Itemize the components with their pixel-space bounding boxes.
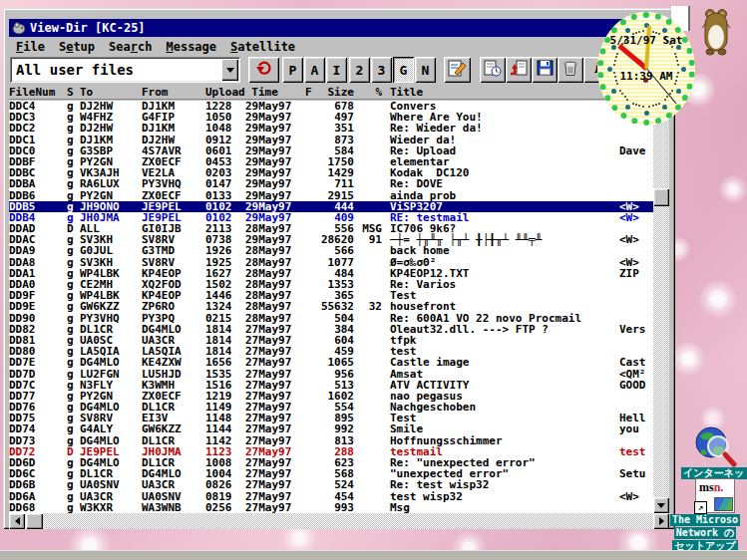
internet-desktop-icon[interactable]: [692, 425, 738, 471]
column-header-size[interactable]: Size: [288, 86, 354, 99]
scroll-down-button[interactable]: [653, 497, 669, 513]
cell-tag: <W>: [619, 491, 639, 502]
clock-minute-marker: [619, 90, 621, 92]
cell-title: Re: DOVE: [390, 178, 443, 189]
table-row-ddb6[interactable]: DDB6gPY2GNZX0ECF013329May972915ainda pro…: [9, 190, 653, 201]
clock-minute-marker: [664, 99, 666, 101]
cell-size: 524: [288, 479, 354, 490]
filter-i-button[interactable]: I: [326, 57, 347, 83]
menu-search[interactable]: Search: [109, 40, 152, 54]
cell-tag: Setu: [619, 468, 646, 479]
cell-time: 1048: [205, 123, 232, 134]
horizontal-scrollbar[interactable]: [9, 513, 669, 529]
clock-minute-marker: [642, 30, 644, 32]
clock-minute-marker: [675, 56, 677, 58]
table-row-dda9[interactable]: DDA9gG0JULG3TMD192628May97566back home: [9, 245, 653, 256]
column-header--[interactable]: %: [356, 86, 382, 99]
table-row-dd9e[interactable]: DD9EgGW6KZZZP6RO132428May975563232housef…: [9, 301, 653, 312]
cell-to: DG4MLO: [80, 357, 120, 368]
clock-hour-marker: [662, 105, 667, 110]
clock-minute-marker: [638, 105, 640, 107]
menu-satellite[interactable]: Satellite: [230, 40, 295, 54]
clock-minute-marker: [614, 60, 616, 62]
column-header-title[interactable]: Title: [390, 86, 423, 99]
cell-s: g: [67, 178, 74, 189]
cell-from: UA3CR: [142, 479, 175, 490]
clock-minute-marker: [616, 83, 618, 85]
scroll-left-button[interactable]: [9, 513, 25, 529]
clock-minute-marker: [613, 64, 615, 66]
msn-icon-label[interactable]: The Microso Network の セットアップ: [660, 514, 747, 552]
filter-2-button[interactable]: 2: [349, 57, 370, 83]
clock-widget[interactable]: 5/31/97 Sat 11:39 AM: [597, 12, 695, 126]
save-icon: [537, 60, 554, 80]
filter-a-button[interactable]: A: [304, 57, 325, 83]
reply-button[interactable]: [480, 57, 506, 83]
refresh-button[interactable]: [248, 57, 279, 83]
table-row-ddb4[interactable]: DDB4gJH0JMAJE9PEL010229May97409RE: testm…: [9, 212, 653, 223]
table-row-dd68[interactable]: DD68gW3KXRWA3WNB025627May97993Msg: [9, 502, 653, 513]
combobox-dropdown-button[interactable]: [221, 59, 238, 81]
clock-minute-marker: [677, 64, 679, 66]
table-row-dd74[interactable]: DD74gG4ALYGW6KZZ114427May97992Smileyou: [9, 423, 653, 434]
clock-minute-marker: [632, 103, 634, 105]
table-row-dd7e[interactable]: DD7EgDG4MLOKE4ZXW165627May971065Castle i…: [9, 357, 653, 368]
column-header-filenum[interactable]: FileNum: [9, 86, 55, 99]
column-header-from[interactable]: From: [142, 86, 169, 99]
table-row-ddba[interactable]: DDBAgRA6LUXPY3VHQ014729May97711Re: DOVE: [9, 178, 653, 189]
title-bar[interactable]: View-Dir [KC-25]: [9, 19, 673, 37]
menu-file[interactable]: File: [16, 40, 45, 54]
clock-minute-marker: [652, 105, 654, 107]
menu-message[interactable]: Message: [166, 40, 216, 54]
shortcut-arrow-icon: ↗: [694, 501, 707, 514]
msn-desktop-icon[interactable]: msn. ↗: [695, 478, 735, 513]
window-title: View-Dir [KC-25]: [30, 21, 146, 35]
clock-time: 11:39 AM: [597, 70, 695, 83]
cell-filenum: DDC2: [9, 123, 36, 134]
cell-filenum: DDBA: [9, 178, 36, 189]
clock-minute-marker: [616, 53, 618, 55]
filter-n-button[interactable]: N: [415, 57, 436, 83]
import-button[interactable]: [506, 57, 532, 83]
desktop-pet-hamster[interactable]: [699, 6, 733, 60]
cell-size: 711: [288, 178, 354, 189]
save-button[interactable]: [532, 57, 558, 83]
cell-to: RA6LUX: [80, 178, 120, 189]
clock-hour-marker: [625, 105, 630, 110]
menu-setup[interactable]: Setup: [59, 40, 95, 54]
compose-button[interactable]: [444, 57, 471, 83]
table-row-dd6b[interactable]: DD6BgUA0SNVUA3CR082627May97524Re: test w…: [9, 479, 653, 490]
vertical-scrollbar[interactable]: [653, 101, 669, 513]
cell-tag: you: [619, 423, 639, 434]
taskbar-edge: [0, 550, 747, 560]
clock-minute-marker: [615, 56, 617, 58]
refresh-icon: [255, 59, 273, 81]
globe-magnifier-icon: [692, 425, 738, 467]
file-table: DDC4gDJ2HWDJ1KM122829May97678ConversDDC3…: [9, 101, 653, 513]
horizontal-scroll-thumb[interactable]: [26, 513, 43, 529]
cell-size: 993: [288, 502, 354, 513]
filter-p-button[interactable]: P: [282, 57, 303, 83]
table-row-ddc2[interactable]: DDC2gDJ2HWDJ1KM104829May97351Re: Wieder …: [9, 123, 653, 134]
column-header-s[interactable]: S: [67, 86, 74, 99]
cell-tag: <W>: [619, 234, 639, 245]
cell-title: Re: test wisp32: [390, 479, 489, 490]
compose-icon: [448, 60, 467, 81]
filter-g-button[interactable]: G: [393, 57, 414, 83]
cell-title: housefront: [390, 301, 456, 312]
cell-s: g: [67, 301, 74, 312]
delete-icon: [562, 60, 578, 81]
table-row-dd7d[interactable]: DD7DgLU2FGNLU5HJD153527May97956Amsat<QM²: [9, 369, 653, 380]
vertical-scroll-thumb[interactable]: [653, 188, 669, 206]
clock-minute-marker: [635, 104, 637, 106]
file-filter-combobox[interactable]: All user files: [10, 57, 240, 83]
filter-3-button[interactable]: 3: [371, 57, 392, 83]
delete-button[interactable]: [558, 57, 583, 83]
cell-from: KE4ZXW: [142, 357, 182, 368]
clock-minute-marker: [626, 99, 628, 101]
column-header-to[interactable]: To: [80, 86, 93, 99]
msn-label-line1: The Microso: [670, 514, 740, 526]
cell-time: 1324: [205, 301, 232, 312]
cell-s: g: [67, 502, 74, 513]
column-header-upload-time[interactable]: Upload Time: [205, 86, 278, 99]
